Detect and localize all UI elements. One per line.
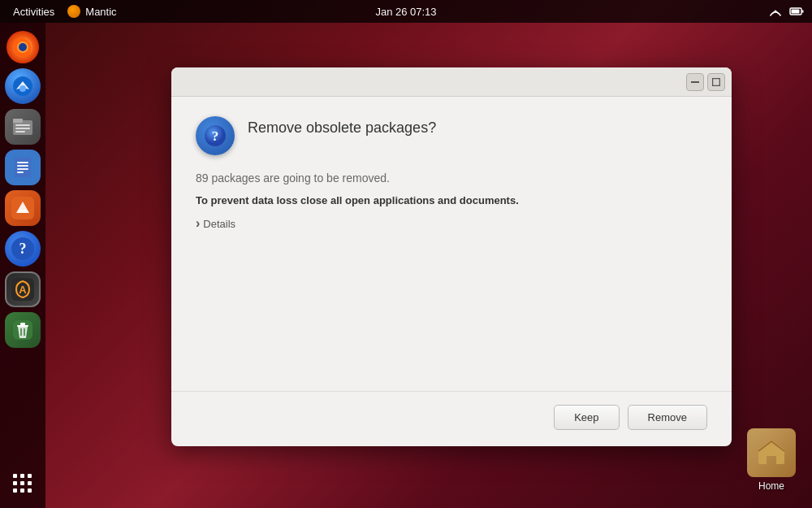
sidebar: ? A [0, 23, 45, 508]
sidebar-item-thunderbird[interactable] [5, 68, 41, 104]
svg-text:A: A [19, 284, 27, 296]
svg-rect-21 [18, 210, 28, 212]
dialog-titlebar [171, 67, 732, 97]
svg-rect-29 [691, 81, 699, 83]
svg-rect-13 [15, 131, 25, 132]
sidebar-item-writer[interactable] [5, 150, 41, 185]
svg-rect-19 [17, 172, 24, 173]
app-name-label: Mantic [85, 6, 116, 18]
svg-text:?: ? [212, 128, 219, 144]
battery-icon[interactable] [789, 4, 804, 19]
topbar: Activities Mantic Jan 26 07:13 [0, 0, 812, 23]
question-icon: ? [196, 116, 235, 155]
remove-packages-dialog: ? Remove obsolete packages? 89 packages … [171, 67, 732, 446]
dialog-subtitle: 89 packages are going to be removed. [196, 172, 707, 185]
mantic-icon [67, 5, 80, 18]
dialog-content: ? Remove obsolete packages? 89 packages … [171, 97, 732, 391]
desktop: Home [45, 23, 812, 508]
dialog-header: ? Remove obsolete packages? [196, 116, 707, 155]
svg-rect-28 [20, 323, 25, 325]
grid-dots-icon [13, 474, 32, 493]
details-toggle[interactable]: Details [196, 216, 707, 231]
keep-button[interactable]: Keep [554, 405, 619, 430]
svg-rect-16 [17, 162, 28, 163]
sidebar-item-files[interactable] [5, 109, 41, 145]
svg-rect-12 [15, 128, 30, 129]
dialog-title: Remove obsolete packages? [248, 116, 436, 137]
svg-point-8 [19, 85, 26, 92]
activities-button[interactable]: Activities [8, 4, 59, 20]
network-icon[interactable] [768, 4, 783, 19]
svg-rect-30 [713, 78, 720, 85]
svg-rect-17 [17, 165, 28, 167]
remove-button[interactable]: Remove [628, 405, 707, 430]
dialog-body: 89 packages are going to be removed. To … [196, 172, 707, 375]
svg-rect-18 [17, 168, 28, 170]
topbar-app-name[interactable]: Mantic [67, 5, 116, 18]
dialog-warning: To prevent data loss close all open appl… [196, 194, 707, 206]
svg-rect-11 [15, 124, 30, 126]
sidebar-item-trash[interactable] [5, 312, 41, 348]
sidebar-item-updater[interactable]: A [5, 271, 41, 307]
show-apps-button[interactable] [5, 466, 41, 501]
svg-point-6 [19, 43, 27, 51]
dialog-footer: Keep Remove [171, 391, 732, 446]
topbar-right [768, 4, 804, 19]
sidebar-item-software[interactable] [5, 190, 41, 226]
home-icon-label: Home [758, 480, 784, 492]
topbar-datetime: Jan 26 07:13 [375, 6, 436, 18]
svg-rect-15 [15, 158, 31, 177]
svg-rect-3 [792, 10, 800, 14]
sidebar-item-firefox[interactable] [6, 31, 39, 63]
home-desktop-icon[interactable]: Home [747, 428, 796, 492]
sidebar-item-help[interactable]: ? [5, 231, 41, 267]
home-folder-graphic [747, 428, 796, 477]
topbar-left: Activities Mantic [8, 4, 117, 20]
minimize-button[interactable] [686, 73, 704, 91]
svg-rect-10 [13, 119, 23, 123]
details-label: Details [203, 218, 235, 230]
svg-text:?: ? [19, 241, 27, 257]
svg-rect-27 [17, 325, 28, 327]
maximize-button[interactable] [707, 73, 725, 91]
svg-rect-2 [802, 11, 804, 13]
